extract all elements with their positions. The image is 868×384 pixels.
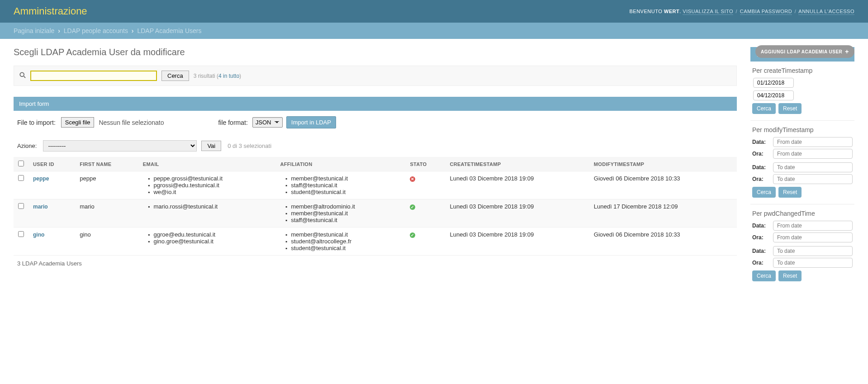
create-cell: Lunedì 03 Dicembre 2018 19:09 <box>446 171 589 199</box>
status-cell: ✓ <box>405 228 445 256</box>
create-to-input[interactable] <box>753 90 794 100</box>
selection-counter: 0 di 3 selezionati <box>228 142 271 149</box>
userid-link[interactable]: mario <box>33 204 48 210</box>
first-name-cell: peppe <box>75 171 138 199</box>
affiliation-cell: member@testunical.itstudent@altrocollege… <box>276 228 406 256</box>
select-all-checkbox[interactable] <box>18 161 24 166</box>
modify-cell: Giovedì 06 Dicembre 2018 10:33 <box>589 171 737 199</box>
userid-link[interactable]: peppe <box>33 175 49 182</box>
search-input[interactable] <box>30 71 157 81</box>
table-row: peppepeppepeppe.grossi@testunical.itpgro… <box>14 171 737 199</box>
email-cell: mario.rossi@testunical.it <box>138 199 276 228</box>
page-title: Scegli LDAP Academia User da modificare <box>14 47 737 57</box>
check-icon: ✓ <box>410 232 415 238</box>
row-checkbox[interactable] <box>18 231 24 237</box>
table-row: mariomariomario.rossi@testunical.itmembe… <box>14 199 737 228</box>
create-reset-button[interactable]: Reset <box>778 103 802 114</box>
svg-line-1 <box>24 76 26 78</box>
search-bar: Cerca 3 risultati (4 in tutto) <box>14 66 737 86</box>
filter-pwd-changed-time: Per pwdChangedTime Data: Ora: Data: Ora:… <box>750 204 854 288</box>
modify-from-time-input[interactable] <box>773 149 853 159</box>
modify-cell: Giovedì 06 Dicembre 2018 10:33 <box>589 228 737 256</box>
add-user-label: AGGIUNGI LDAP ACADEMIA USER <box>761 49 842 54</box>
breadcrumb-home[interactable]: Pagina iniziale <box>14 27 54 34</box>
modify-cerca-button[interactable]: Cerca <box>752 187 776 198</box>
affiliation-cell: member@testunical.itstaff@testunical.its… <box>276 171 406 199</box>
pwd-from-date-input[interactable] <box>773 221 853 231</box>
import-button[interactable]: Import in LDAP <box>286 116 336 128</box>
first-name-cell: gino <box>75 228 138 256</box>
search-results-text: 3 risultati (4 in tutto) <box>194 73 241 79</box>
create-cerca-button[interactable]: Cerca <box>752 103 776 114</box>
file-label: File to import: <box>17 119 56 126</box>
search-button[interactable]: Cerca <box>161 71 189 81</box>
pwd-to-time-input[interactable] <box>773 258 853 268</box>
show-all-link[interactable]: 4 in tutto <box>218 73 239 79</box>
row-checkbox[interactable] <box>18 203 24 209</box>
cross-icon: ✕ <box>410 176 415 182</box>
modify-cell: Lunedì 17 Dicembre 2018 12:09 <box>589 199 737 228</box>
col-firstname[interactable]: FIRST NAME <box>75 157 138 171</box>
email-cell: ggroe@edu.testunical.itgino.groe@testuni… <box>138 228 276 256</box>
pwd-reset-button[interactable]: Reset <box>778 270 802 281</box>
breadcrumb: Pagina iniziale › LDAP people accounts ›… <box>0 23 868 39</box>
email-cell: peppe.grossi@testunical.itpgrossi@edu.te… <box>138 171 276 199</box>
go-button[interactable]: Vai <box>201 141 221 151</box>
import-form: File to import: Scegli file Nessun file … <box>14 111 737 135</box>
action-label: Azione: <box>17 142 37 149</box>
filter-create-timestamp: Per createTimestamp Cerca Reset <box>750 62 854 121</box>
add-user-button[interactable]: AGGIUNGI LDAP ACADEMIA USER + <box>755 45 854 58</box>
filter-modify-timestamp: Per modifyTimestamp Data: Ora: Data: Ora… <box>750 121 854 204</box>
choose-file-button[interactable]: Scegli file <box>61 117 95 128</box>
paginator: 3 LDAP Academia Users <box>14 256 737 271</box>
col-email[interactable]: EMAIL <box>138 157 276 171</box>
modify-reset-button[interactable]: Reset <box>778 187 802 198</box>
pwd-from-time-input[interactable] <box>773 232 853 242</box>
logout-link[interactable]: ANNULLA L'ACCESSO <box>798 9 854 15</box>
status-cell: ✕ <box>405 171 445 199</box>
search-icon <box>19 72 26 80</box>
filter-sidebar: FILTRA Per createTimestamp Cerca Reset P… <box>750 47 854 288</box>
create-cell: Lunedì 03 Dicembre 2018 19:09 <box>446 228 589 256</box>
welcome-text: BENVENUTO <box>630 9 663 14</box>
create-cell: Lunedì 03 Dicembre 2018 19:09 <box>446 199 589 228</box>
col-userid[interactable]: USER ID <box>28 157 75 171</box>
actions-bar: Azione: --------- Vai 0 di 3 selezionati <box>14 135 737 157</box>
results-table: USER ID FIRST NAME EMAIL AFFILIATION STA… <box>14 157 737 256</box>
site-title[interactable]: Amministrazione <box>14 5 87 17</box>
first-name-cell: mario <box>75 199 138 228</box>
svg-point-0 <box>20 72 24 76</box>
breadcrumb-current: LDAP Academia Users <box>137 27 201 34</box>
header: Amministrazione BENVENUTO WERT. VISUALIZ… <box>0 0 868 23</box>
col-create[interactable]: CREATETIMESTAMP <box>446 157 589 171</box>
format-label: file format: <box>218 119 247 126</box>
affiliation-cell: member@altrodominio.itmember@testunical.… <box>276 199 406 228</box>
pwd-cerca-button[interactable]: Cerca <box>752 270 776 281</box>
view-site-link[interactable]: VISUALIZZA IL SITO <box>683 9 733 15</box>
modify-to-time-input[interactable] <box>773 174 853 184</box>
col-stato[interactable]: STATO <box>405 157 445 171</box>
plus-icon: + <box>845 48 849 55</box>
modify-to-date-input[interactable] <box>773 162 853 172</box>
pwd-to-date-input[interactable] <box>773 246 853 256</box>
row-checkbox[interactable] <box>18 175 24 181</box>
table-row: ginoginoggroe@edu.testunical.itgino.groe… <box>14 228 737 256</box>
action-select[interactable]: --------- <box>43 140 197 152</box>
change-password-link[interactable]: CAMBIA PASSWORD <box>740 9 792 15</box>
create-from-input[interactable] <box>753 78 794 88</box>
breadcrumb-app[interactable]: LDAP people accounts <box>64 27 128 34</box>
username: WERT <box>664 9 679 14</box>
col-affiliation[interactable]: AFFILIATION <box>276 157 406 171</box>
check-icon: ✓ <box>410 204 415 210</box>
status-cell: ✓ <box>405 199 445 228</box>
userid-link[interactable]: gino <box>33 232 44 238</box>
modify-from-date-input[interactable] <box>773 137 853 147</box>
no-file-text: Nessun file selezionato <box>99 119 164 126</box>
format-select[interactable]: JSON <box>252 117 283 128</box>
col-modify[interactable]: MODIFYTIMESTAMP <box>589 157 737 171</box>
user-links: BENVENUTO WERT. VISUALIZZA IL SITO / CAM… <box>630 9 855 14</box>
import-form-header: Import form <box>14 97 737 111</box>
